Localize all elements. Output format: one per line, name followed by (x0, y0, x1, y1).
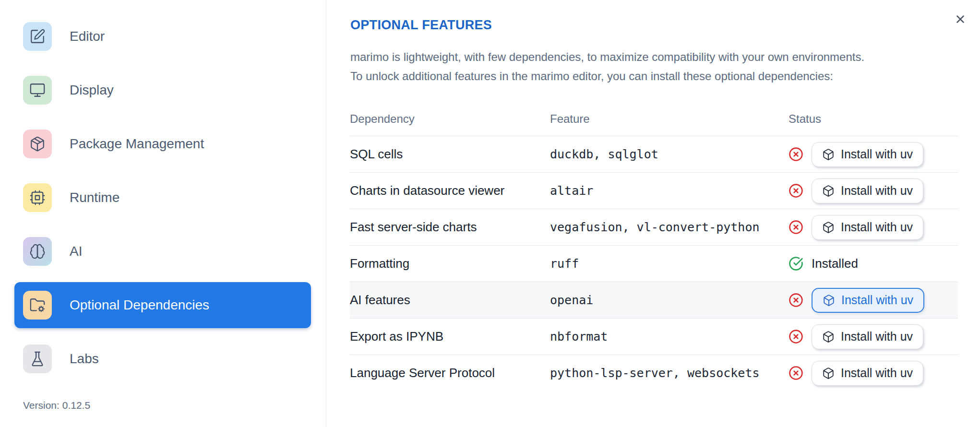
install-button-label: Install with uv (841, 366, 913, 380)
box-icon (822, 367, 835, 380)
status-cell: Install with uv (789, 142, 958, 167)
feature-cell: duckdb, sqlglot (550, 147, 789, 161)
dependency-cell: AI features (350, 293, 550, 308)
sidebar-item-display[interactable]: Display (14, 67, 311, 113)
not-installed-icon (789, 183, 803, 198)
sidebar-item-label: Labs (70, 351, 99, 367)
status-label: Installed (812, 256, 858, 271)
feature-cell: python-lsp-server, websockets (550, 366, 789, 380)
status-cell: Install with uv (789, 361, 958, 386)
sidebar-item-label: Editor (70, 29, 105, 44)
dependency-cell: Export as IPYNB (350, 329, 550, 344)
feature-cell: vegafusion, vl-convert-python (550, 220, 789, 234)
install-with-uv-button[interactable]: Install with uv (812, 288, 924, 313)
sidebar-item-label: AI (70, 244, 82, 259)
box-icon (822, 185, 835, 197)
status-cell: Installed (789, 256, 958, 271)
dependencies-table: Dependency Feature Status SQL cellsduckd… (350, 102, 958, 391)
column-header-dependency: Dependency (350, 112, 550, 126)
install-button-label: Install with uv (841, 220, 913, 234)
install-button-label: Install with uv (841, 330, 913, 344)
box-icon (822, 331, 835, 343)
column-header-status: Status (789, 112, 958, 126)
sidebar-item-label: Runtime (70, 190, 120, 205)
square-pen-icon (23, 22, 52, 51)
sidebar-item-label: Optional Dependencies (70, 297, 209, 313)
table-row: Charts in datasource vieweraltairInstall… (350, 173, 958, 209)
not-installed-icon (789, 220, 803, 235)
table-body: SQL cellsduckdb, sqlglotInstall with uvC… (350, 136, 958, 391)
install-button-label: Install with uv (841, 147, 913, 161)
install-with-uv-button[interactable]: Install with uv (812, 215, 923, 240)
box-icon (823, 294, 835, 307)
install-with-uv-button[interactable]: Install with uv (812, 178, 923, 203)
installed-check-icon (789, 256, 803, 271)
not-installed-icon (789, 329, 803, 344)
dependency-cell: Formatting (350, 256, 550, 271)
feature-cell: openai (550, 293, 789, 307)
status-cell: Install with uv (789, 288, 958, 313)
feature-cell: nbformat (550, 330, 789, 344)
optional-features-panel: OPTIONAL FEATURES marimo is lightweight,… (327, 0, 980, 427)
dependency-cell: Fast server-side charts (350, 220, 550, 235)
monitor-icon (23, 76, 52, 105)
install-with-uv-button[interactable]: Install with uv (812, 324, 923, 349)
feature-cell: ruff (550, 257, 789, 271)
status-cell: Install with uv (789, 215, 958, 240)
install-button-label: Install with uv (841, 184, 913, 198)
not-installed-icon (789, 293, 803, 308)
status-cell: Install with uv (789, 324, 958, 349)
box-icon (822, 148, 835, 161)
cpu-icon (23, 183, 52, 212)
version-label: Version: 0.12.5 (23, 400, 90, 411)
table-header: Dependency Feature Status (350, 102, 958, 136)
x-icon (954, 13, 967, 27)
description: marimo is lightweight, with few dependen… (350, 47, 864, 86)
sidebar-item-label: Display (70, 83, 114, 98)
sidebar-nav: EditorDisplayPackage ManagementRuntimeAI… (14, 13, 311, 382)
brain-icon (23, 237, 52, 266)
sidebar-item-package-management[interactable]: Package Management (14, 121, 311, 167)
not-installed-icon (789, 147, 803, 162)
install-with-uv-button[interactable]: Install with uv (812, 142, 923, 167)
settings-sidebar: EditorDisplayPackage ManagementRuntimeAI… (0, 0, 326, 427)
folder-cog-icon (23, 291, 52, 320)
sidebar-item-editor[interactable]: Editor (14, 13, 311, 59)
description-line-1: marimo is lightweight, with few dependen… (350, 47, 864, 67)
table-row: FormattingruffInstalled (350, 246, 958, 282)
dependency-cell: SQL cells (350, 147, 550, 162)
flask-icon (23, 344, 52, 373)
settings-dialog: EditorDisplayPackage ManagementRuntimeAI… (0, 0, 980, 427)
table-row: Fast server-side chartsvegafusion, vl-co… (350, 209, 958, 246)
feature-cell: altair (550, 184, 789, 198)
sidebar-item-label: Package Management (70, 136, 204, 152)
sidebar-item-runtime[interactable]: Runtime (14, 175, 311, 221)
not-installed-icon (789, 366, 803, 380)
sidebar-item-labs[interactable]: Labs (14, 336, 311, 382)
table-row: SQL cellsduckdb, sqlglotInstall with uv (350, 136, 958, 173)
page-title: OPTIONAL FEATURES (350, 18, 492, 33)
sidebar-item-ai[interactable]: AI (14, 228, 311, 274)
table-row: Export as IPYNBnbformatInstall with uv (350, 319, 958, 355)
sidebar-item-optional-dependencies[interactable]: Optional Dependencies (14, 282, 311, 328)
table-row: Language Server Protocolpython-lsp-serve… (350, 355, 958, 391)
close-button[interactable] (951, 11, 969, 29)
install-with-uv-button[interactable]: Install with uv (812, 361, 923, 386)
description-line-2: To unlock additional features in the mar… (350, 67, 864, 86)
status-cell: Install with uv (789, 178, 958, 203)
install-button-label: Install with uv (841, 293, 913, 307)
box-icon (822, 221, 835, 234)
dependency-cell: Charts in datasource viewer (350, 183, 550, 198)
dependency-cell: Language Server Protocol (350, 366, 550, 380)
table-row: AI featuresopenaiInstall with uv (350, 282, 958, 319)
column-header-feature: Feature (550, 112, 789, 126)
package-icon (23, 130, 52, 158)
